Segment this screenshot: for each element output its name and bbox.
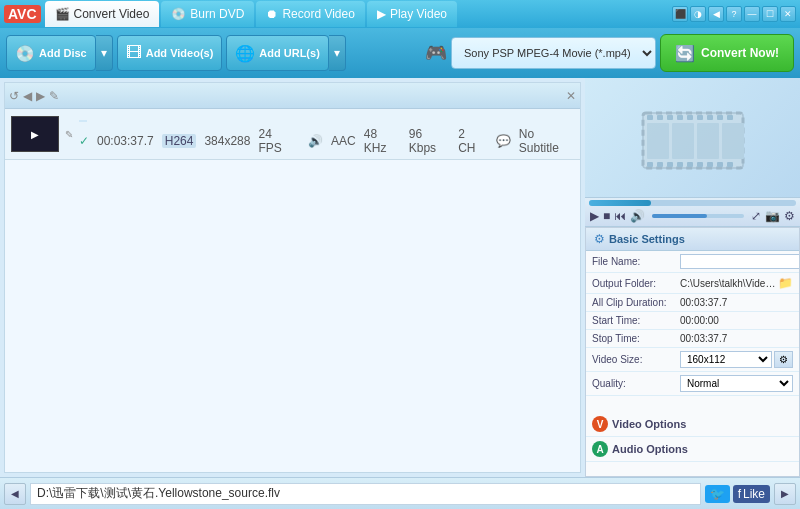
settings-row-duration: All Clip Duration: 00:03:37.7 xyxy=(586,294,799,312)
video-size-gear-button[interactable]: ⚙ xyxy=(774,351,793,368)
film-strip-svg xyxy=(633,93,753,183)
toolbar: 💿 Add Disc ▾ 🎞 Add Video(s) 🌐 Add URL(s)… xyxy=(0,28,800,78)
disc-icon: 💿 xyxy=(15,44,35,63)
file-list-panel: ↺ ◀ ▶ ✎ ✕ ▶ ✎ ✓ 00:03:37.7 H264 384x288 … xyxy=(4,82,581,473)
add-disc-button[interactable]: 💿 Add Disc xyxy=(6,35,96,71)
add-url-button[interactable]: 🌐 Add URL(s) xyxy=(226,35,329,71)
main-area: ↺ ◀ ▶ ✎ ✕ ▶ ✎ ✓ 00:03:37.7 H264 384x288 … xyxy=(0,78,800,477)
tab-burn[interactable]: 💿 Burn DVD xyxy=(161,1,254,27)
playback-bar: ▶ ■ ⏮ 🔊 ⤢ 📷 ⚙ xyxy=(585,198,800,227)
settings-header-icon: ⚙ xyxy=(594,232,605,246)
file-audio-codec: AAC xyxy=(331,134,356,148)
bottom-prev-button[interactable]: ◀ xyxy=(4,483,26,505)
facebook-button[interactable]: f Like xyxy=(733,485,770,503)
quality-select[interactable]: Normal xyxy=(680,375,793,392)
svg-rect-22 xyxy=(697,123,719,159)
arrow-left-icon[interactable]: ◀ xyxy=(23,89,32,103)
check-icon: ✓ xyxy=(79,134,89,148)
file-duration: 00:03:37.7 xyxy=(97,134,154,148)
add-video-button[interactable]: 🎞 Add Video(s) xyxy=(117,35,223,71)
settings-title: Basic Settings xyxy=(609,233,685,245)
file-fps: 24 FPS xyxy=(258,127,296,155)
thumb-play-icon: ▶ xyxy=(31,129,39,140)
help-button[interactable]: ? xyxy=(726,6,742,22)
filename-label: File Name: xyxy=(592,256,680,267)
add-url-dropdown[interactable]: ▾ xyxy=(329,35,346,71)
svg-rect-9 xyxy=(717,115,723,120)
start-time-value: 00:00:00 xyxy=(680,315,793,326)
file-info: ✓ 00:03:37.7 H264 384x288 24 FPS 🔊 AAC 4… xyxy=(79,113,574,155)
arrow-right-icon[interactable]: ▶ xyxy=(36,89,45,103)
social-buttons: 🐦 f Like xyxy=(705,485,770,503)
file-audio-bitrate: 96 Kbps xyxy=(409,127,450,155)
speaker-icon[interactable]: 🔊 xyxy=(629,208,646,224)
convert-now-label: Convert Now! xyxy=(701,46,779,60)
edit-icon[interactable]: ✎ xyxy=(49,89,59,103)
play-tab-icon: ▶ xyxy=(377,7,386,21)
convert-icon: 🔄 xyxy=(675,44,695,63)
format-select-group: 🎮 Sony PSP MPEG-4 Movie (*.mp4) 🔄 Conver… xyxy=(425,34,794,72)
format-select[interactable]: Sony PSP MPEG-4 Movie (*.mp4) xyxy=(451,37,656,69)
bottom-next-button[interactable]: ▶ xyxy=(774,483,796,505)
add-url-label: Add URL(s) xyxy=(259,47,320,59)
svg-rect-7 xyxy=(697,115,703,120)
svg-rect-3 xyxy=(657,115,663,120)
settings-icon[interactable]: ⚙ xyxy=(783,208,796,224)
tab-record[interactable]: ⏺ Record Video xyxy=(256,1,365,27)
record-tab-icon: ⏺ xyxy=(266,7,278,21)
minimize-window-button[interactable]: — xyxy=(744,6,760,22)
add-disc-dropdown[interactable]: ▾ xyxy=(96,35,113,71)
file-meta: ✓ 00:03:37.7 H264 384x288 24 FPS 🔊 AAC 4… xyxy=(79,127,574,155)
add-disc-group: 💿 Add Disc ▾ xyxy=(6,35,113,71)
svg-rect-15 xyxy=(687,162,693,167)
audio-options-label: Audio Options xyxy=(612,443,688,455)
maximize-window-button[interactable]: ☐ xyxy=(762,6,778,22)
filename-input[interactable] xyxy=(680,254,800,269)
file-list-header: ↺ ◀ ▶ ✎ ✕ xyxy=(5,83,580,109)
twitter-icon: 🐦 xyxy=(710,487,725,501)
file-name-bar xyxy=(79,120,87,122)
close-panel-icon[interactable]: ✕ xyxy=(566,89,576,103)
play-button[interactable]: ▶ xyxy=(589,208,600,224)
output-folder-value: C:\Users\talkh\Videos\A... xyxy=(680,278,776,289)
svg-rect-2 xyxy=(647,115,653,120)
svg-rect-11 xyxy=(647,162,653,167)
url-icon: 🌐 xyxy=(235,44,255,63)
twitter-button[interactable]: 🐦 xyxy=(705,485,730,503)
video-options-row[interactable]: V Video Options xyxy=(586,412,799,437)
stop-time-label: Stop Time: xyxy=(592,333,680,344)
folder-browse-icon[interactable]: 📁 xyxy=(778,276,793,290)
file-edit-icon[interactable]: ✎ xyxy=(65,129,73,140)
minimize-button[interactable]: ⬛ xyxy=(672,6,688,22)
tab-play[interactable]: ▶ Play Video xyxy=(367,1,457,27)
refresh-icon[interactable]: ↺ xyxy=(9,89,19,103)
add-disc-label: Add Disc xyxy=(39,47,87,59)
back-button[interactable]: ◀ xyxy=(708,6,724,22)
restore-button[interactable]: ◑ xyxy=(690,6,706,22)
file-item: ▶ ✎ ✓ 00:03:37.7 H264 384x288 24 FPS 🔊 A… xyxy=(5,109,580,160)
stop-button[interactable]: ■ xyxy=(602,208,611,224)
close-window-button[interactable]: ✕ xyxy=(780,6,796,22)
fullscreen-button[interactable]: ⤢ xyxy=(750,208,762,224)
prev-button[interactable]: ⏮ xyxy=(613,208,627,224)
svg-rect-16 xyxy=(697,162,703,167)
facebook-label: Like xyxy=(743,487,765,501)
snapshot-button[interactable]: 📷 xyxy=(764,208,781,224)
add-url-group: 🌐 Add URL(s) ▾ xyxy=(226,35,346,71)
progress-track[interactable] xyxy=(589,200,796,206)
file-audio-ch: 2 CH xyxy=(458,127,484,155)
audio-options-row[interactable]: A Audio Options xyxy=(586,437,799,462)
svg-rect-23 xyxy=(722,123,744,159)
burn-tab-label: Burn DVD xyxy=(190,7,244,21)
settings-row-quality: Quality: Normal xyxy=(586,372,799,396)
volume-track[interactable] xyxy=(652,214,744,218)
settings-header: ⚙ Basic Settings xyxy=(586,228,799,251)
video-options-icon: V xyxy=(592,416,608,432)
video-icon: 🎞 xyxy=(126,44,142,62)
tab-convert[interactable]: 🎬 Convert Video xyxy=(45,1,160,27)
tab-bar: 🎬 Convert Video 💿 Burn DVD ⏺ Record Vide… xyxy=(45,1,672,27)
convert-now-button[interactable]: 🔄 Convert Now! xyxy=(660,34,794,72)
quality-label: Quality: xyxy=(592,378,680,389)
video-size-label: Video Size: xyxy=(592,354,680,365)
video-size-select[interactable]: 160x112 xyxy=(680,351,772,368)
